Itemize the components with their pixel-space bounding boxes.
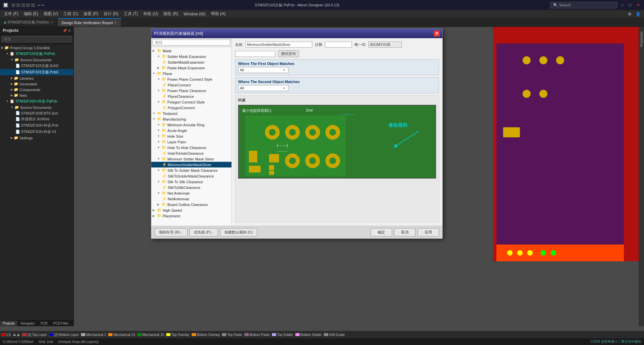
ok-button[interactable]: 确定: [371, 228, 392, 236]
tab-pcbdoc[interactable]: ■ STM32F103主板.PcbDoc ✕: [0, 18, 58, 26]
tree-silk-silk-rule[interactable]: ⚡ SilkToSilkClearance: [151, 185, 231, 190]
tree-item-libs[interactable]: ▶ 📁 Libraries: [0, 75, 73, 81]
tab-pcb[interactable]: PCB: [38, 321, 51, 326]
tree-silk-solder[interactable]: ▼ 📁 Silk To Solder Mask Clearance: [151, 167, 231, 173]
layer-top-solder[interactable]: Top Solder: [272, 333, 293, 337]
menu-window[interactable]: Window (W): [181, 11, 208, 17]
tree-pp-connect[interactable]: ▼ 📁 Power Plane Connect Style: [151, 76, 231, 82]
tree-poly-connect[interactable]: ▼ 📁 Polygon Connect Style: [151, 99, 231, 105]
tree-board-outline[interactable]: ▶ 📁 Board Outline Clearance: [151, 202, 231, 207]
tree-item-group[interactable]: ▶ 📁 Project Group 1.DsnWrk: [0, 45, 73, 51]
layer-mech15[interactable]: Mechanical 15: [137, 333, 164, 337]
menu-edit[interactable]: 编辑 (E): [21, 10, 41, 17]
comment-input[interactable]: [325, 42, 352, 48]
search-area[interactable]: 🔍 Search: [550, 2, 617, 8]
tab-pcbfilter[interactable]: PCB Filter: [51, 321, 71, 326]
tree-manufacturing[interactable]: ▼ 📁 Manufacturing: [151, 116, 231, 122]
create-default-button[interactable]: 创建默认规则 (C): [220, 228, 257, 236]
tree-item-src[interactable]: ▼ 📁 Source Documents: [0, 57, 73, 63]
tree-layer-pairs[interactable]: ▼ 📁 Layer Pairs: [151, 139, 231, 145]
tree-ppcl-rule[interactable]: ⚡ PlaneClearance: [151, 93, 231, 99]
layer-mech13[interactable]: Mechanical 13: [108, 333, 135, 337]
tab-pcbdoc-close[interactable]: ✕: [51, 21, 53, 24]
panel-close-icon[interactable]: ✕: [68, 29, 71, 32]
tree-high-speed[interactable]: ▶ 📁 High Speed: [151, 207, 231, 213]
menu-project[interactable]: 工程 (C): [61, 10, 81, 17]
tree-silk-solder-rule[interactable]: ⚡ SilkToSolderMaskClearance: [151, 173, 231, 179]
tab-drvreport-close[interactable]: ✕: [114, 21, 117, 24]
layer-bottom-overlay[interactable]: Bottom Overlay: [192, 333, 220, 337]
rule-name-input[interactable]: [245, 42, 312, 48]
tree-solder-mask-exp[interactable]: ▼ 📁 Solder Mask Expansion: [151, 54, 231, 59]
tree-item-settings[interactable]: ▶ 📁 Settings: [0, 135, 73, 141]
tree-item-pcb2a[interactable]: 📄 STM32F103+外设.Pcb: [0, 122, 73, 129]
tree-item-sch2b[interactable]: 📄 外设部分.SchDoc: [0, 116, 73, 122]
layer-drill[interactable]: Drill Guide: [324, 333, 345, 337]
rule-wizard-button[interactable]: 规则向导 (R)...: [155, 228, 187, 236]
test-query-input[interactable]: [235, 51, 275, 57]
layer-bottom-solder[interactable]: Bottom Solder: [295, 333, 322, 337]
tree-item-pcb1[interactable]: 📄 STM32F103主板.PcbC: [0, 69, 73, 75]
layer-ls[interactable]: LS: [1, 333, 11, 337]
tree-mss-rule[interactable]: ⚡ MinimumSolderMaskSliver: [151, 162, 231, 167]
tab-drvreport[interactable]: Design Rule Verification Report ✕: [58, 18, 121, 26]
settings-icon[interactable]: ⚙: [626, 12, 634, 16]
tree-acute-angle[interactable]: ▼ 📁 Acute Angle: [151, 128, 231, 133]
tree-silk-silk[interactable]: ▼ 📁 Silk To Silk Clearance: [151, 179, 231, 185]
where-first-dropdown[interactable]: All ▼: [238, 67, 288, 73]
menu-tools[interactable]: 工具 (T): [121, 10, 141, 17]
tab-navigator[interactable]: Navigator: [18, 321, 38, 326]
tree-item-sch1[interactable]: 📄 STM32F103主板.SchC: [0, 63, 73, 69]
tree-item-sch2a[interactable]: 📄 STM32F103C8T6.Sch: [0, 110, 73, 116]
layer-bottom-paste[interactable]: Bottom Paste: [244, 333, 270, 337]
tree-min-annular[interactable]: ▼ 📁 Minimum Annular Ring: [151, 122, 231, 128]
tree-item-project2[interactable]: ▼ 📋 STM32F103+外设.PrjPcb: [0, 98, 73, 105]
account-icon[interactable]: 👤: [634, 12, 643, 16]
layer-top-overlay[interactable]: Top Overlay: [166, 333, 189, 337]
tree-placement[interactable]: ▶ 📁 Placement: [151, 213, 231, 219]
tree-net-ant[interactable]: ▼ 📁 Net Antennae: [151, 190, 231, 196]
right-vertical-tab[interactable]: Properties: [639, 27, 644, 326]
uid-input[interactable]: [368, 42, 402, 48]
menu-route[interactable]: 布线 (U): [141, 10, 161, 17]
apply-button[interactable]: 应用: [418, 228, 439, 236]
tree-item-comp[interactable]: ▶ 📁 Components: [0, 87, 73, 92]
tree-testpoint[interactable]: ▼ 📁 Testpoint: [151, 111, 231, 116]
nav-prev[interactable]: ◀: [13, 333, 15, 337]
tree-polyc-rule[interactable]: ⚡ PolygonConnect: [151, 105, 231, 111]
tree-mask[interactable]: ▶ 📁 Mask: [151, 48, 231, 54]
rules-search-input[interactable]: [153, 40, 230, 46]
tree-item-pcb2b[interactable]: 📄 STM32F103+外设 V1: [0, 129, 73, 135]
tree-item-nets[interactable]: ▶ 📁 Nets: [0, 92, 73, 98]
minimize-button[interactable]: –: [620, 3, 625, 7]
tree-hc-rule[interactable]: ⚡ HoleToHoleClearance: [151, 150, 231, 156]
priority-button[interactable]: 优先级 (P)...: [190, 228, 218, 236]
tree-hole-size[interactable]: ▼ 📁 Hole Size: [151, 133, 231, 139]
restore-button[interactable]: □: [628, 3, 633, 7]
layer-top[interactable]: [1] Top Layer: [22, 333, 47, 337]
layer-top-paste[interactable]: Top Paste: [222, 333, 242, 337]
menu-view[interactable]: 视图 (V): [41, 10, 61, 17]
test-query-button[interactable]: 测试语句: [278, 50, 299, 57]
tree-sme-rule[interactable]: ⚡ SolderMaskExpansion: [151, 59, 231, 65]
layer-bottom[interactable]: [2] Bottom Layer: [49, 333, 79, 337]
nav-next[interactable]: ▶: [17, 333, 20, 337]
undo-icon[interactable]: ↩ ↪: [38, 3, 44, 7]
tree-paste-mask[interactable]: ▶ 📁 Paste Mask Expansion: [151, 65, 231, 71]
menu-help[interactable]: 帮助 (H): [208, 10, 228, 17]
tree-min-solder[interactable]: ▼ 📁 Minimum Solder Mask Sliver: [151, 156, 231, 162]
panel-pin-icon[interactable]: 📌: [63, 29, 67, 32]
where-second-dropdown[interactable]: All ▼: [238, 85, 288, 91]
layer-mech1[interactable]: Mechanical 1: [81, 333, 106, 337]
menu-place[interactable]: 放置 (P): [81, 10, 101, 17]
tree-item-project1[interactable]: ▼ 📋 STM32F103主板.PrjPcb: [0, 51, 73, 57]
tree-ppc-rule[interactable]: ⚡ PlaneConnect: [151, 82, 231, 88]
close-button[interactable]: ✕: [635, 3, 641, 7]
tree-net-ant-rule[interactable]: ⚡ NetAntennae: [151, 196, 231, 202]
cancel-button[interactable]: 取消: [394, 228, 416, 236]
tree-item-gen[interactable]: ▶ 📁 Generated: [0, 81, 73, 87]
dialog-close-button[interactable]: ✕: [434, 30, 440, 37]
tree-pp-clearance[interactable]: ▼ 📁 Power Plane Clearance: [151, 88, 231, 93]
menu-file[interactable]: 文件 (F): [1, 10, 21, 17]
tab-projects[interactable]: Projects: [0, 321, 18, 326]
